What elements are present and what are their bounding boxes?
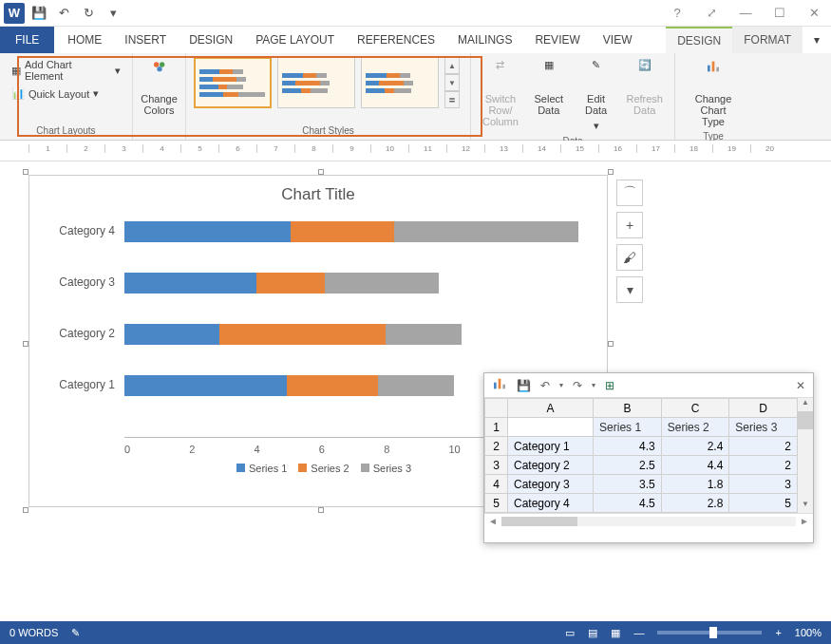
redo-icon[interactable]: ↷ [573, 379, 582, 392]
tab-review[interactable]: REVIEW [523, 27, 591, 53]
datasheet-grid[interactable]: ABCD1Series 1Series 2Series 32Category 1… [484, 398, 798, 513]
segment-series-3[interactable] [378, 375, 454, 396]
datasheet-hscroll[interactable]: ◄ ► [484, 513, 813, 528]
add-chart-element-button[interactable]: ▦ Add Chart Element▾ [8, 57, 124, 84]
segment-series-2[interactable] [291, 221, 394, 242]
chart-title[interactable]: Chart Title [29, 176, 607, 210]
row-header[interactable]: 4 [485, 475, 508, 494]
save-icon[interactable]: 💾 [517, 379, 531, 392]
zoom-in-button[interactable]: + [775, 627, 781, 638]
tab-view[interactable]: VIEW [592, 27, 644, 53]
style-thumb-2[interactable] [277, 57, 355, 108]
chart-styles-button[interactable]: 🖌 [616, 244, 643, 271]
chart-filters-button[interactable]: ▾ [616, 276, 643, 303]
cell[interactable]: Category 1 [508, 437, 594, 456]
scroll-left-icon[interactable]: ◄ [488, 516, 498, 526]
chart-layout-options-button[interactable]: ⌒ [616, 180, 643, 206]
segment-series-2[interactable] [287, 375, 378, 396]
row-header[interactable]: 3 [485, 456, 508, 475]
segment-series-2[interactable] [256, 273, 325, 294]
open-excel-icon[interactable]: ⊞ [605, 379, 614, 392]
cell[interactable]: 4.5 [594, 494, 662, 513]
style-thumb-1[interactable] [194, 57, 272, 108]
chevron-up-icon[interactable]: ▲ [444, 57, 460, 74]
cell[interactable] [508, 418, 594, 437]
cell[interactable]: 4.4 [661, 456, 729, 475]
segment-series-2[interactable] [219, 324, 386, 345]
col-header[interactable] [485, 399, 508, 418]
view-web-icon[interactable]: ▦ [611, 627, 620, 639]
help-icon[interactable]: ? [664, 6, 690, 20]
segment-series-3[interactable] [386, 324, 462, 345]
cell[interactable]: Series 2 [661, 418, 729, 437]
chart-styles-gallery[interactable]: ▲ ▼ 〓 [194, 57, 460, 108]
tab-mailings[interactable]: MAILINGS [446, 27, 523, 53]
edit-data-button[interactable]: ✎ Edit Data▾ [576, 57, 617, 134]
segment-series-1[interactable] [124, 221, 291, 242]
chevron-down-icon[interactable]: ▾ [592, 381, 595, 389]
word-app-icon[interactable]: W [4, 3, 25, 24]
tab-page-layout[interactable]: PAGE LAYOUT [244, 27, 346, 53]
tab-chart-design[interactable]: DESIGN [666, 27, 732, 53]
segment-series-3[interactable] [394, 221, 578, 242]
style-thumb-3[interactable] [361, 57, 439, 108]
bar-category-4[interactable]: Category 4 [124, 221, 578, 242]
redo-button[interactable]: ↻ [78, 3, 99, 24]
cell[interactable]: 4.3 [594, 437, 662, 456]
cell[interactable]: 3.5 [594, 475, 662, 494]
save-button[interactable]: 💾 [28, 3, 49, 24]
cell[interactable]: 2 [729, 456, 798, 475]
minimize-icon[interactable]: — [732, 6, 759, 20]
col-header[interactable]: D [729, 399, 798, 418]
col-header[interactable]: C [661, 399, 729, 418]
chevron-down-icon[interactable]: ▾ [559, 381, 563, 389]
ribbon-display-icon[interactable]: ⤢ [698, 6, 725, 20]
tab-file[interactable]: FILE [0, 27, 54, 53]
undo-button[interactable]: ↶ [53, 3, 74, 24]
col-header[interactable]: A [508, 399, 594, 418]
close-icon[interactable]: ✕ [796, 379, 805, 392]
cell[interactable]: 2 [729, 437, 798, 456]
change-chart-type-button[interactable]: Change Chart Type [685, 57, 742, 129]
select-data-button[interactable]: ▦ Select Data [528, 57, 570, 118]
collapse-ribbon-icon[interactable]: ▾ [803, 27, 831, 53]
more-icon[interactable]: 〓 [444, 91, 460, 108]
chart-datasheet-window[interactable]: 💾 ↶ ▾ ↷ ▾ ⊞ ✕ ABCD1Series 1Series 2Serie… [483, 372, 814, 543]
cell[interactable]: 3 [729, 475, 798, 494]
tab-design[interactable]: DESIGN [178, 27, 244, 53]
tab-home[interactable]: HOME [56, 27, 113, 53]
qat-more-icon[interactable]: ▾ [103, 3, 123, 24]
tab-references[interactable]: REFERENCES [346, 27, 446, 53]
cell[interactable]: Series 3 [729, 418, 798, 437]
segment-series-1[interactable] [124, 273, 256, 294]
row-header[interactable]: 5 [485, 494, 508, 513]
chevron-down-icon[interactable]: ▼ [444, 74, 460, 91]
segment-series-3[interactable] [325, 273, 439, 294]
horizontal-ruler[interactable]: 1234567891011121314151617181920 [0, 141, 831, 161]
cell[interactable]: Category 2 [508, 456, 594, 475]
bar-category-2[interactable]: Category 2 [124, 324, 578, 345]
segment-series-1[interactable] [124, 324, 219, 345]
bar-category-3[interactable]: Category 3 [124, 273, 578, 294]
close-icon[interactable]: ✕ [801, 6, 827, 20]
datasheet-vscroll[interactable]: ▲▼ [798, 398, 813, 513]
cell[interactable]: Category 4 [508, 494, 594, 513]
scroll-right-icon[interactable]: ► [800, 516, 809, 526]
tab-chart-format[interactable]: FORMAT [732, 27, 803, 53]
view-print-icon[interactable]: ▤ [588, 627, 597, 639]
row-header[interactable]: 1 [485, 418, 508, 437]
view-read-icon[interactable]: ▭ [565, 627, 575, 639]
cell[interactable]: 2.5 [594, 456, 662, 475]
row-header[interactable]: 2 [485, 437, 508, 456]
zoom-level[interactable]: 100% [795, 627, 822, 638]
gallery-scroll[interactable]: ▲ ▼ 〓 [444, 57, 460, 108]
word-count[interactable]: 0 WORDS [9, 627, 58, 638]
maximize-icon[interactable]: ☐ [766, 6, 793, 20]
cell[interactable]: Category 3 [508, 475, 594, 494]
change-colors-button[interactable]: Change Colors [137, 57, 181, 118]
zoom-slider[interactable] [657, 631, 762, 635]
segment-series-1[interactable] [124, 375, 287, 396]
chart-elements-button[interactable]: + [616, 212, 643, 238]
cell[interactable]: Series 1 [594, 418, 662, 437]
zoom-out-button[interactable]: — [633, 627, 644, 638]
